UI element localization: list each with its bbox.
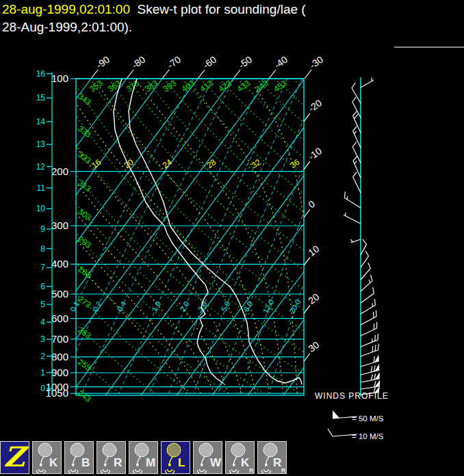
svg-text:2.0: 2.0 [179,300,191,313]
svg-text:423: 423 [216,78,233,94]
svg-text:30: 30 [306,339,321,354]
svg-text:800: 800 [51,351,68,362]
toolbar-button-m[interactable]: M [129,441,158,474]
svg-text:28: 28 [205,157,218,170]
svg-text:11: 11 [37,183,46,193]
svg-text:8.0: 8.0 [242,300,254,313]
svg-text:13: 13 [36,140,46,149]
balloon-sonde-icon: M [129,442,157,473]
svg-text:32: 32 [250,157,263,170]
title-line2: 28-Aug-1999,2:01:00). [2,20,132,34]
toolbar-button-w[interactable]: W [193,441,222,474]
svg-text:2: 2 [40,352,45,361]
svg-text:383: 383 [143,78,160,94]
svg-text:600: 600 [51,313,68,324]
svg-text:7: 7 [40,263,45,272]
svg-text:393: 393 [162,78,179,94]
svg-text:-10: -10 [306,145,324,162]
svg-text:303: 303 [76,207,93,222]
svg-text:400: 400 [51,258,68,269]
svg-text:6: 6 [40,282,45,291]
svg-text:0: 0 [306,198,317,211]
svg-text:20.0: 20.0 [287,298,302,315]
svg-text:-20: -20 [306,97,324,114]
toolbar: Z K B [0,441,287,474]
balloon-sonde-icon: W [194,442,222,473]
svg-text:14: 14 [36,117,46,127]
svg-text:403: 403 [180,78,197,94]
mixing-ratio-labels: 0.10.20.41.02.03.05.08.012.020.0 [68,298,302,315]
toolbar-button-r-r[interactable]: R R [257,441,287,474]
svg-text:-40: -40 [272,53,289,70]
wind-legend: WINDS PROFILE= 50 M/S= 10 M/S= 5 M/S [315,391,389,441]
svg-text:20: 20 [306,291,321,306]
balloon-sonde-icon: R R [258,442,286,473]
svg-text:-80: -80 [129,53,147,70]
svg-text:100: 100 [51,72,68,84]
svg-text:433: 433 [235,78,252,94]
svg-text:300: 300 [51,220,68,231]
skewt-window: 28-aug-1999,02:01:00 Skew-t plot for sou… [0,0,464,476]
svg-text:283: 283 [76,264,93,280]
toolbar-button-b[interactable]: B [64,441,94,474]
svg-text:K: K [49,456,58,469]
svg-text:16: 16 [36,69,46,79]
svg-text:W: W [210,456,222,469]
balloon-sonde-icon: K R [226,442,254,473]
svg-text:-60: -60 [201,53,218,70]
svg-text:293: 293 [76,235,93,250]
toolbar-button-r[interactable]: R [96,441,126,474]
svg-text:12: 12 [36,162,46,172]
window-title: 28-aug-1999,02:01:00 Skew-t plot for sou… [2,1,306,36]
svg-text:B: B [81,456,90,469]
svg-text:500: 500 [51,288,68,300]
svg-text:R: R [114,456,122,469]
svg-text:M: M [146,456,155,469]
height-axis: 012345678910111213141516 [36,69,52,395]
right-temperature-labels: -20-100102030 [304,97,324,361]
balloon-sonde-icon: L [162,442,190,473]
top-temperature-labels: -90-80-70-60-50-40-30 [91,53,325,79]
toolbar-button-k[interactable]: K [32,441,62,474]
svg-text:-90: -90 [94,53,112,70]
toolbar-button-k-r[interactable]: K R [225,441,255,474]
svg-text:3: 3 [40,334,45,344]
svg-text:R: R [249,467,254,473]
dry-adiabat-labels: 2432532632732832933033133233333433533633… [76,78,289,404]
svg-text:363: 363 [106,78,123,94]
svg-text:5.0: 5.0 [220,300,232,313]
title-timestamp: 28-aug-1999,02:01:00 [2,2,130,16]
svg-text:0: 0 [40,384,45,393]
wind-profile [344,77,380,397]
title-main: Skew-t plot for sounding/lae ( [130,2,306,16]
dry-adiabats [0,79,464,393]
svg-text:-30: -30 [307,53,325,70]
svg-text:L: L [178,456,185,469]
svg-text:10: 10 [36,204,46,213]
svg-text:3.0: 3.0 [196,300,209,313]
moist-adiabat-labels: 162024283236 [90,157,301,170]
balloon-sonde-icon: K [33,442,61,473]
svg-text:15: 15 [36,93,46,103]
svg-text:413: 413 [198,78,216,94]
svg-text:200: 200 [51,166,68,177]
svg-text:= 10 M/S: = 10 M/S [352,432,384,440]
skewt-plot-svg: 1002003004005006007008009001000105001234… [0,41,464,441]
svg-text:900: 900 [51,367,68,378]
svg-text:R: R [273,456,281,469]
svg-text:1: 1 [40,368,45,378]
svg-text:10: 10 [306,243,321,258]
svg-text:700: 700 [51,333,68,345]
svg-text:36: 36 [288,157,301,170]
svg-text:R: R [281,467,286,473]
svg-text:333: 333 [76,124,93,140]
toolbar-button-z[interactable]: Z [0,441,29,474]
svg-text:5: 5 [40,300,45,309]
svg-text:343: 343 [76,92,93,107]
svg-text:20: 20 [123,157,136,170]
logo-z-icon: Z [3,442,29,473]
toolbar-button-l[interactable]: L [161,441,190,474]
svg-text:253: 253 [76,357,93,373]
balloon-sonde-icon: R [97,442,125,473]
svg-text:-70: -70 [165,53,183,70]
